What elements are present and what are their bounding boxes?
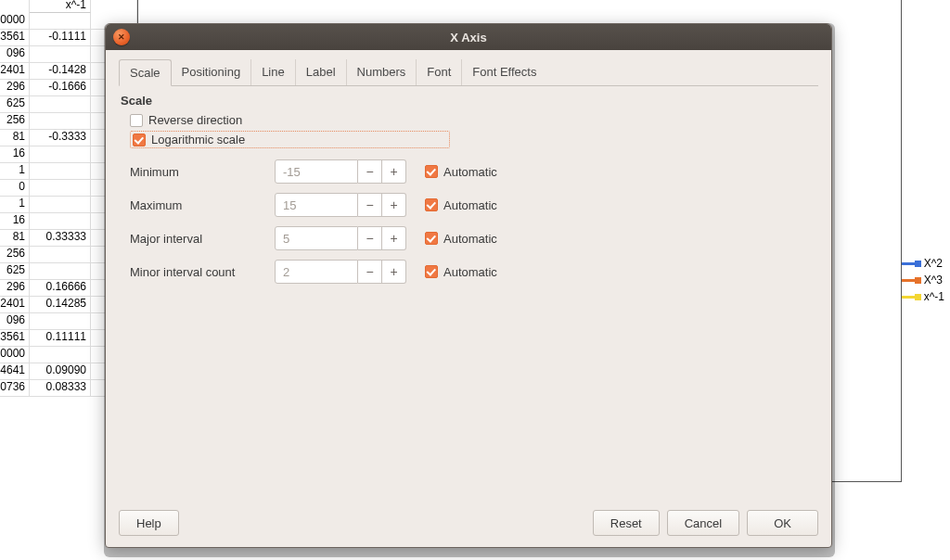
minor-interval-increment[interactable]: + xyxy=(382,260,406,284)
major-interval-input[interactable] xyxy=(275,226,358,250)
maximum-decrement[interactable]: − xyxy=(358,193,382,217)
tab-scale[interactable]: Scale xyxy=(119,59,172,86)
minor-interval-automatic-checkbox[interactable] xyxy=(425,265,438,278)
major-interval-automatic-checkbox[interactable] xyxy=(425,232,438,245)
reverse-direction-label: Reverse direction xyxy=(148,113,242,127)
legend-label: X^3 xyxy=(924,274,943,286)
section-heading: Scale xyxy=(121,94,818,108)
minor-interval-input[interactable] xyxy=(275,260,358,284)
column-header: x^-1 xyxy=(30,0,91,13)
minor-interval-label: Minor interval count xyxy=(130,265,275,279)
cancel-button[interactable]: Cancel xyxy=(667,510,739,536)
logarithmic-scale-label: Logarithmic scale xyxy=(151,133,245,146)
minimum-label: Minimum xyxy=(130,165,275,179)
major-interval-label: Major interval xyxy=(130,232,275,246)
minor-interval-decrement[interactable]: − xyxy=(358,260,382,284)
help-button[interactable]: Help xyxy=(119,510,179,536)
major-interval-increment[interactable]: + xyxy=(382,226,406,250)
logarithmic-scale-checkbox[interactable] xyxy=(133,134,146,146)
minimum-automatic-checkbox[interactable] xyxy=(425,165,438,178)
minimum-input[interactable] xyxy=(275,159,358,184)
automatic-label: Automatic xyxy=(443,165,497,179)
automatic-label: Automatic xyxy=(443,198,497,212)
tab-line[interactable]: Line xyxy=(251,59,296,85)
tab-font-effects[interactable]: Font Effects xyxy=(462,59,546,85)
maximum-increment[interactable]: + xyxy=(382,193,406,217)
reset-button[interactable]: Reset xyxy=(593,510,660,536)
major-interval-decrement[interactable]: − xyxy=(358,226,382,250)
automatic-label: Automatic xyxy=(443,265,497,279)
tab-font[interactable]: Font xyxy=(417,59,462,85)
legend-swatch xyxy=(902,279,918,282)
tab-numbers[interactable]: Numbers xyxy=(347,59,417,85)
reverse-direction-checkbox[interactable] xyxy=(130,114,143,127)
dialog-title: X Axis xyxy=(106,31,831,45)
titlebar[interactable]: X Axis xyxy=(106,24,831,50)
automatic-label: Automatic xyxy=(443,232,497,246)
tab-positioning[interactable]: Positioning xyxy=(172,59,252,85)
legend-label: X^2 xyxy=(924,257,943,270)
chart-legend: X^2 X^3 x^-1 xyxy=(902,253,944,307)
legend-swatch xyxy=(902,262,918,265)
tab-label[interactable]: Label xyxy=(296,59,347,85)
maximum-input[interactable] xyxy=(275,193,358,217)
legend-label: x^-1 xyxy=(924,290,944,303)
minimum-increment[interactable]: + xyxy=(382,159,406,184)
legend-swatch xyxy=(902,296,918,299)
x-axis-dialog: X Axis Scale Positioning Line Label Numb… xyxy=(105,23,832,548)
minimum-decrement[interactable]: − xyxy=(358,159,382,184)
ok-button[interactable]: OK xyxy=(747,510,818,536)
maximum-automatic-checkbox[interactable] xyxy=(425,198,438,211)
maximum-label: Maximum xyxy=(130,198,275,212)
close-icon[interactable] xyxy=(113,29,130,45)
tab-bar: Scale Positioning Line Label Numbers Fon… xyxy=(119,59,818,86)
